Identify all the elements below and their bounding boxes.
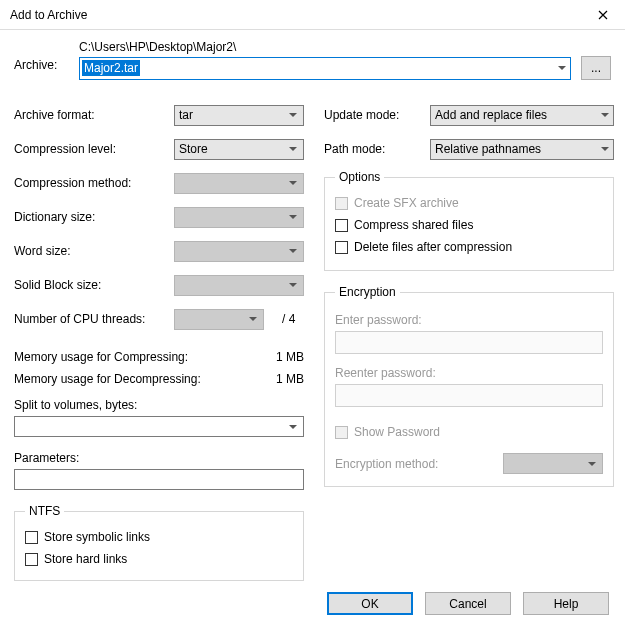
reenter-password-label: Reenter password: xyxy=(335,366,603,380)
options-legend: Options xyxy=(335,170,384,184)
compression-method-select xyxy=(174,173,304,194)
cpu-total: / 4 xyxy=(282,312,295,326)
mem-comp-value: 1 MB xyxy=(276,350,304,364)
chevron-down-icon xyxy=(289,425,297,429)
dict-label: Dictionary size: xyxy=(14,210,174,224)
mem-decomp-label: Memory usage for Decompressing: xyxy=(14,372,201,386)
word-label: Word size: xyxy=(14,244,174,258)
ok-label: OK xyxy=(361,597,378,611)
update-mode-label: Update mode: xyxy=(324,108,424,122)
titlebar: Add to Archive xyxy=(0,0,625,30)
update-mode-select[interactable]: Add and replace files xyxy=(430,105,614,126)
options-group: Options Create SFX archive Compress shar… xyxy=(324,170,614,271)
level-value: Store xyxy=(179,142,208,156)
archive-filename: Major2.tar xyxy=(82,60,140,76)
chevron-down-icon xyxy=(601,147,609,151)
show-password-label: Show Password xyxy=(354,425,440,439)
split-volumes-combo[interactable] xyxy=(14,416,304,437)
word-size-select xyxy=(174,241,304,262)
browse-label: ... xyxy=(591,61,601,75)
chevron-down-icon xyxy=(558,66,566,70)
chevron-down-icon xyxy=(249,317,257,321)
archive-path: C:\Users\HP\Desktop\Major2\ xyxy=(79,40,611,54)
update-mode-value: Add and replace files xyxy=(435,108,547,122)
method-label: Compression method: xyxy=(14,176,174,190)
ntfs-group: NTFS Store symbolic links Store hard lin… xyxy=(14,504,304,581)
ntfs-legend: NTFS xyxy=(25,504,64,518)
store-symbolic-checkbox[interactable] xyxy=(25,531,38,544)
chevron-down-icon xyxy=(588,462,596,466)
ok-button[interactable]: OK xyxy=(327,592,413,615)
chevron-down-icon xyxy=(289,113,297,117)
path-mode-value: Relative pathnames xyxy=(435,142,541,156)
format-value: tar xyxy=(179,108,193,122)
chevron-down-icon xyxy=(289,215,297,219)
show-password-checkbox xyxy=(335,426,348,439)
window-title: Add to Archive xyxy=(10,8,87,22)
encryption-method-label: Encryption method: xyxy=(335,457,438,471)
format-label: Archive format: xyxy=(14,108,174,122)
compression-level-select[interactable]: Store xyxy=(174,139,304,160)
close-icon[interactable] xyxy=(580,0,625,30)
sfx-label: Create SFX archive xyxy=(354,196,459,210)
cancel-button[interactable]: Cancel xyxy=(425,592,511,615)
chevron-down-icon xyxy=(289,249,297,253)
encryption-method-select xyxy=(503,453,603,474)
shared-label: Compress shared files xyxy=(354,218,473,232)
reenter-password-input xyxy=(335,384,603,407)
path-mode-label: Path mode: xyxy=(324,142,424,156)
chevron-down-icon xyxy=(289,283,297,287)
mem-comp-label: Memory usage for Compressing: xyxy=(14,350,188,364)
archive-format-select[interactable]: tar xyxy=(174,105,304,126)
parameters-label: Parameters: xyxy=(14,451,304,465)
store-symbolic-label: Store symbolic links xyxy=(44,530,150,544)
archive-label: Archive: xyxy=(14,40,79,72)
sfx-checkbox xyxy=(335,197,348,210)
solid-block-select xyxy=(174,275,304,296)
encryption-legend: Encryption xyxy=(335,285,400,299)
enter-password-label: Enter password: xyxy=(335,313,603,327)
cpu-label: Number of CPU threads: xyxy=(14,312,174,326)
enter-password-input xyxy=(335,331,603,354)
store-hard-label: Store hard links xyxy=(44,552,127,566)
mem-decomp-value: 1 MB xyxy=(276,372,304,386)
parameters-input[interactable] xyxy=(14,469,304,490)
dictionary-size-select xyxy=(174,207,304,228)
delete-after-label: Delete files after compression xyxy=(354,240,512,254)
browse-button[interactable]: ... xyxy=(581,56,611,80)
help-label: Help xyxy=(554,597,579,611)
delete-after-checkbox[interactable] xyxy=(335,241,348,254)
cancel-label: Cancel xyxy=(449,597,486,611)
block-label: Solid Block size: xyxy=(14,278,174,292)
store-hard-checkbox[interactable] xyxy=(25,553,38,566)
shared-checkbox[interactable] xyxy=(335,219,348,232)
help-button[interactable]: Help xyxy=(523,592,609,615)
chevron-down-icon xyxy=(289,147,297,151)
chevron-down-icon xyxy=(289,181,297,185)
split-label: Split to volumes, bytes: xyxy=(14,398,304,412)
archive-filename-combo[interactable]: Major2.tar xyxy=(79,57,571,80)
encryption-group: Encryption Enter password: Reenter passw… xyxy=(324,285,614,487)
cpu-threads-select xyxy=(174,309,264,330)
chevron-down-icon xyxy=(601,113,609,117)
path-mode-select[interactable]: Relative pathnames xyxy=(430,139,614,160)
level-label: Compression level: xyxy=(14,142,174,156)
